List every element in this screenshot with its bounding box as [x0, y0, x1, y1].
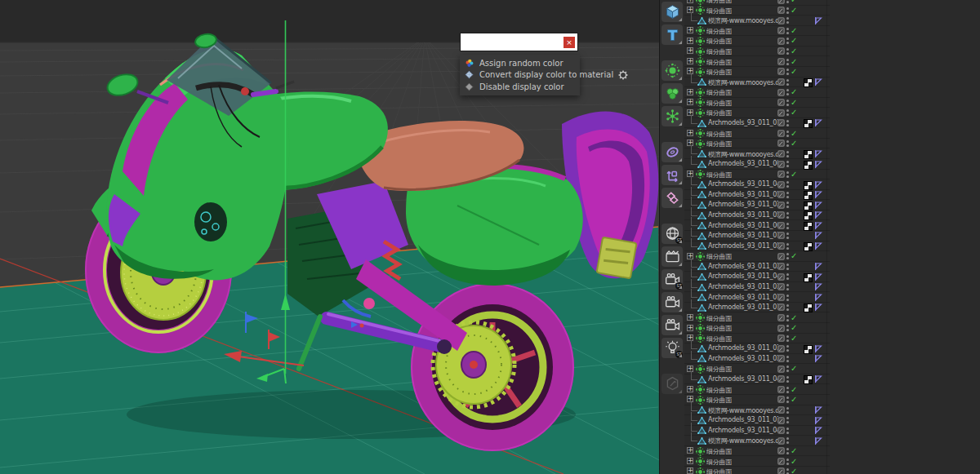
outliner-row[interactable]: + 细分曲面 ✓	[684, 312, 980, 323]
object-label[interactable]: Archmodels_93_011_014	[708, 303, 778, 311]
edit-state-icon[interactable]	[777, 447, 785, 454]
expand-toggle[interactable]: +	[687, 386, 693, 392]
visibility-dots[interactable]	[786, 284, 789, 286]
visibility-dots[interactable]	[786, 437, 789, 440]
edit-state-icon[interactable]	[777, 89, 785, 96]
phong-tag-icon[interactable]	[813, 149, 822, 158]
texture-tag-icon[interactable]	[804, 375, 813, 384]
object-label[interactable]: Archmodels_93_011_012	[708, 294, 778, 301]
object-label[interactable]: 细分曲面	[706, 47, 732, 56]
phong-tag-icon[interactable]	[813, 262, 822, 271]
expand-toggle[interactable]: +	[687, 89, 693, 95]
texture-tag-icon[interactable]	[804, 191, 813, 200]
edit-state-icon[interactable]	[777, 191, 785, 198]
outliner-row[interactable]: + 细分曲面 ✓	[684, 87, 980, 98]
outliner-row[interactable]: Archmodels_93_011_021	[684, 354, 980, 365]
enabled-check[interactable]: ✓	[791, 129, 797, 138]
edit-state-icon[interactable]	[777, 396, 785, 403]
expand-toggle[interactable]: +	[687, 447, 693, 454]
phong-tag-icon[interactable]	[813, 303, 822, 312]
edit-state-icon[interactable]	[777, 417, 785, 424]
object-label[interactable]: 细分曲面	[706, 27, 732, 36]
camera-tool[interactable]	[662, 292, 683, 312]
edit-state-icon[interactable]	[777, 130, 785, 137]
outliner-row[interactable]: Archmodels_93_011_003	[684, 159, 980, 170]
metaball-tool[interactable]	[662, 83, 683, 104]
visibility-dots[interactable]	[786, 38, 789, 40]
phong-tag-icon[interactable]	[813, 180, 822, 189]
object-label[interactable]: Archmodels_93_011_009	[708, 222, 778, 229]
object-label[interactable]: 细分曲面	[706, 252, 732, 261]
outliner-row[interactable]: 模渲网-www.moooyes.cn	[684, 405, 980, 416]
texture-tag-icon[interactable]	[804, 303, 813, 312]
edit-state-icon[interactable]	[777, 325, 785, 332]
visibility-dots[interactable]	[786, 345, 789, 348]
visibility-dots[interactable]	[786, 387, 789, 389]
texture-tag-icon[interactable]	[804, 211, 813, 220]
edit-state-icon[interactable]	[777, 273, 785, 281]
outliner-row[interactable]: + 细分曲面 ✓	[684, 47, 980, 57]
edit-state-icon[interactable]	[777, 78, 785, 86]
object-label[interactable]: 模渲网-www.moooyes.cn	[708, 78, 778, 87]
outliner-row[interactable]: + 细分曲面 ✓	[684, 446, 980, 457]
phong-tag-icon[interactable]	[813, 190, 822, 199]
outliner-row[interactable]: Archmodels_93_011_009	[684, 220, 980, 231]
stage-tool[interactable]	[662, 246, 683, 267]
edit-state-icon[interactable]	[777, 365, 785, 373]
edit-state-icon[interactable]	[777, 283, 785, 290]
expand-toggle[interactable]: +	[687, 47, 693, 54]
texture-tag-icon[interactable]	[804, 273, 813, 282]
phong-tag-icon[interactable]	[813, 293, 822, 302]
text-tool[interactable]	[662, 24, 683, 45]
enabled-check[interactable]: ✓	[791, 87, 797, 96]
phong-tag-icon[interactable]	[813, 210, 822, 219]
edit-state-icon[interactable]	[777, 58, 785, 65]
edit-state-icon[interactable]	[777, 47, 785, 55]
expand-toggle[interactable]: +	[687, 467, 693, 474]
edit-state-icon[interactable]	[777, 334, 785, 342]
phong-tag-icon[interactable]	[813, 426, 822, 435]
outliner-row[interactable]: + 细分曲面 ✓	[684, 56, 980, 67]
edit-state-icon[interactable]	[777, 109, 785, 117]
edit-state-icon[interactable]	[777, 17, 785, 24]
outliner-row[interactable]: Archmodels_93_011_054	[684, 241, 980, 252]
visibility-dots[interactable]	[786, 28, 789, 30]
outliner-row[interactable]: + 细分曲面 ✓	[684, 251, 980, 262]
object-label[interactable]: Archmodels_93_011_021	[708, 355, 778, 362]
phong-tag-icon[interactable]	[813, 231, 822, 240]
visibility-dots[interactable]	[786, 181, 789, 184]
texture-tag-icon[interactable]	[804, 78, 813, 87]
enabled-check[interactable]: ✓	[791, 0, 797, 4]
object-label[interactable]: Archmodels_93_011_017	[708, 416, 778, 423]
phong-tag-icon[interactable]	[813, 241, 822, 250]
object-label[interactable]: 细分曲面	[706, 130, 732, 139]
edit-state-icon[interactable]	[777, 294, 785, 301]
object-label[interactable]: 模渲网-www.moooyes.cn	[708, 406, 778, 415]
expand-toggle[interactable]: +	[687, 99, 693, 105]
outliner-row[interactable]: Archmodels_93_011_040	[684, 272, 980, 282]
object-label[interactable]: Archmodels_93_011_023	[708, 201, 778, 208]
enabled-check[interactable]: ✓	[791, 170, 797, 179]
edit-state-icon[interactable]	[777, 375, 785, 383]
enabled-check[interactable]: ✓	[791, 467, 797, 474]
object-label[interactable]: Archmodels_93_011_052	[708, 211, 778, 219]
light-tool[interactable]: ST	[662, 338, 683, 358]
enabled-check[interactable]: ✓	[791, 385, 797, 394]
object-label[interactable]: 模渲网-www.moooyes.cn	[708, 436, 778, 445]
visibility-dots[interactable]	[786, 161, 789, 163]
object-label[interactable]: 模渲网-www.moooyes.cn	[708, 150, 778, 159]
texture-tag-icon[interactable]	[804, 119, 813, 128]
texture-tag-icon[interactable]	[804, 181, 813, 190]
edit-state-icon[interactable]	[777, 150, 785, 157]
texture-tag-icon[interactable]	[804, 242, 813, 251]
visibility-dots[interactable]	[786, 233, 789, 235]
outliner-row[interactable]: + 细分曲面 ✓	[684, 467, 980, 474]
visibility-dots[interactable]	[786, 151, 789, 153]
expand-toggle[interactable]: +	[687, 58, 693, 64]
viewport[interactable]: × Assign random color Convert display co…	[0, 0, 659, 474]
object-label[interactable]: 细分曲面	[706, 386, 732, 395]
subdivision-generator-tool[interactable]	[662, 60, 683, 81]
outliner-row[interactable]: + 细分曲面 ✓	[684, 139, 980, 149]
edit-state-icon[interactable]	[777, 458, 785, 465]
phong-tag-icon[interactable]	[813, 436, 822, 445]
